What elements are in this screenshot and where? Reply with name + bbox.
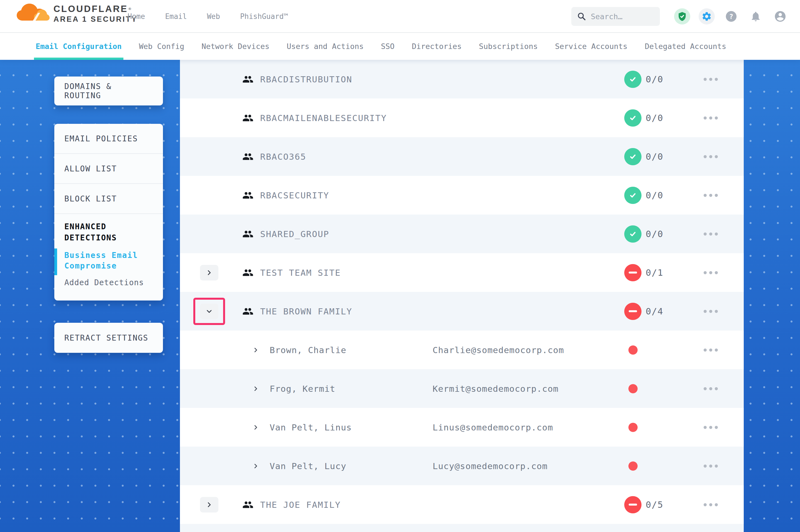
sidebar-item-retract-settings[interactable]: RETRACT SETTINGS xyxy=(54,323,163,353)
member-email: Charlie@somedemocorp.com xyxy=(433,345,564,355)
row-menu-button[interactable] xyxy=(704,271,718,274)
status-pass-badge xyxy=(624,187,641,204)
sidebar-label: ALLOW LIST xyxy=(64,164,117,173)
status-pass-badge xyxy=(624,148,641,165)
member-chevron-icon[interactable] xyxy=(252,385,259,392)
tab-web-config[interactable]: Web Config xyxy=(139,33,184,60)
cloudflare-cloud-icon xyxy=(16,2,50,25)
member-chevron-icon[interactable] xyxy=(252,424,259,431)
tab-email-configuration[interactable]: Email Configuration xyxy=(36,33,122,60)
tab-subscriptions[interactable]: Subscriptions xyxy=(479,33,538,60)
app-window: CLOUDFLARE® AREA 1 SECURITY Home Email W… xyxy=(0,0,800,532)
row-menu-button[interactable] xyxy=(704,503,718,506)
member-count: 0/4 xyxy=(646,306,663,317)
table-row-group: THE JOE FAMILY0/5 xyxy=(180,485,744,524)
status-alert-dot xyxy=(629,384,638,393)
table-row-group: THE BROWN FAMILY0/4 xyxy=(180,292,744,330)
minus-icon xyxy=(629,504,637,506)
row-menu-button[interactable] xyxy=(704,348,718,352)
sidebar-item-allow-list[interactable]: ALLOW LIST xyxy=(54,154,163,184)
status-alert-dot xyxy=(629,345,638,355)
sidebar-label: BLOCK LIST xyxy=(64,194,117,203)
row-menu-button[interactable] xyxy=(704,464,718,468)
page-body: DOMAINS & ROUTING EMAIL POLICIES ALLOW L… xyxy=(0,60,800,532)
sidebar-item-business-email-compromise[interactable]: Business Email Compromise xyxy=(64,250,153,271)
member-count: 0/0 xyxy=(646,113,663,123)
row-menu-button[interactable] xyxy=(704,426,718,429)
sidebar-email-policies-card: EMAIL POLICIES ALLOW LIST BLOCK LIST ENH… xyxy=(54,124,163,301)
tab-delegated-accounts[interactable]: Delegated Accounts xyxy=(645,33,726,60)
tab-users-and-actions[interactable]: Users and Actions xyxy=(287,33,364,60)
group-name: TEST TEAM SITE xyxy=(260,268,341,278)
status-fail-badge xyxy=(624,303,641,320)
config-tab-bar: Email Configuration Web Config Network D… xyxy=(0,33,800,60)
sidebar-item-domains-routing[interactable]: DOMAINS & ROUTING xyxy=(54,77,163,106)
enhanced-detections-heading: ENHANCED DETECTIONS xyxy=(64,221,153,244)
expand-group-button[interactable] xyxy=(200,497,218,513)
minus-icon xyxy=(629,310,637,312)
tab-service-accounts[interactable]: Service Accounts xyxy=(555,33,628,60)
svg-text:?: ? xyxy=(729,13,733,21)
status-fail-badge xyxy=(624,264,641,281)
row-menu-button[interactable] xyxy=(704,194,718,197)
row-menu-button[interactable] xyxy=(704,387,718,390)
sidebar-label: EMAIL POLICIES xyxy=(64,134,138,143)
brand-logo: CLOUDFLARE® AREA 1 SECURITY xyxy=(16,2,138,25)
sidebar-item-email-policies[interactable]: EMAIL POLICIES xyxy=(54,124,163,154)
group-icon xyxy=(242,112,254,124)
group-name: RBACDISTRUBUTION xyxy=(260,74,352,84)
group-name: RBACO365 xyxy=(260,152,306,162)
nav-phishguard[interactable]: PhishGuard™ xyxy=(240,12,288,21)
collapse-group-button[interactable] xyxy=(200,304,218,319)
member-chevron-icon[interactable] xyxy=(252,463,259,469)
table-row-member: Brown, CharlieCharlie@somedemocorp.com xyxy=(180,330,744,369)
member-name: Van Pelt, Lucy xyxy=(270,461,346,471)
sidebar-item-block-list[interactable]: BLOCK LIST xyxy=(54,184,163,214)
table-row-group: RBACSECURITY0/0 xyxy=(180,176,744,214)
table-row-group: SHARED_GROUP0/0 xyxy=(180,214,744,253)
search-icon xyxy=(577,12,586,21)
bell-icon[interactable] xyxy=(748,8,764,24)
group-table: RBACDISTRUBUTION0/0RBACMAILENABLESECURIT… xyxy=(180,60,744,532)
member-name: Brown, Charlie xyxy=(270,345,346,355)
expand-group-button[interactable] xyxy=(200,265,218,281)
sidebar-item-added-detections[interactable]: Added Detections xyxy=(64,278,153,288)
sidebar-enhanced-detections-section: ENHANCED DETECTIONS Business Email Compr… xyxy=(54,214,163,288)
tab-sso[interactable]: SSO xyxy=(381,33,395,60)
search-input[interactable] xyxy=(591,12,654,21)
tab-network-devices[interactable]: Network Devices xyxy=(201,33,269,60)
group-icon xyxy=(242,190,254,201)
table-row-group: RBACMAILENABLESECURITY0/0 xyxy=(180,98,744,137)
table-row-member: Frog, KermitKermit@somedemocorp.com xyxy=(180,369,744,408)
help-icon[interactable]: ? xyxy=(723,8,739,24)
header-icons: ? xyxy=(674,0,788,33)
brand-wordmark: CLOUDFLARE® AREA 1 SECURITY xyxy=(54,3,138,24)
group-icon xyxy=(242,151,254,162)
member-count: 0/0 xyxy=(646,74,663,84)
member-email: Kermit@somedemocorp.com xyxy=(433,384,559,394)
status-pass-badge xyxy=(624,109,641,127)
gear-icon[interactable] xyxy=(698,8,715,24)
row-menu-button[interactable] xyxy=(704,232,718,235)
app-header: CLOUDFLARE® AREA 1 SECURITY Home Email W… xyxy=(0,0,800,33)
row-menu-button[interactable] xyxy=(704,116,718,119)
table-row-member: Van Pelt, LinusLinus@somedemocorp.com xyxy=(180,408,744,446)
member-chevron-icon[interactable] xyxy=(252,347,259,354)
shield-check-icon[interactable] xyxy=(674,8,690,24)
user-icon[interactable] xyxy=(772,8,788,24)
active-item-indicator-bar xyxy=(54,248,57,275)
nav-home[interactable]: Home xyxy=(128,12,145,21)
row-menu-button[interactable] xyxy=(704,155,718,158)
group-name: THE JOE FAMILY xyxy=(260,500,341,510)
row-menu-button[interactable] xyxy=(704,78,718,81)
search-box[interactable] xyxy=(571,7,660,26)
group-name: RBACMAILENABLESECURITY xyxy=(260,113,387,123)
member-count: 0/0 xyxy=(646,151,663,162)
group-icon xyxy=(242,267,254,278)
group-name: THE BROWN FAMILY xyxy=(260,306,352,316)
row-menu-button[interactable] xyxy=(704,310,718,313)
tab-directories[interactable]: Directories xyxy=(412,33,461,60)
nav-web[interactable]: Web xyxy=(207,12,220,21)
nav-email[interactable]: Email xyxy=(165,12,187,21)
member-count: 0/0 xyxy=(646,190,663,201)
